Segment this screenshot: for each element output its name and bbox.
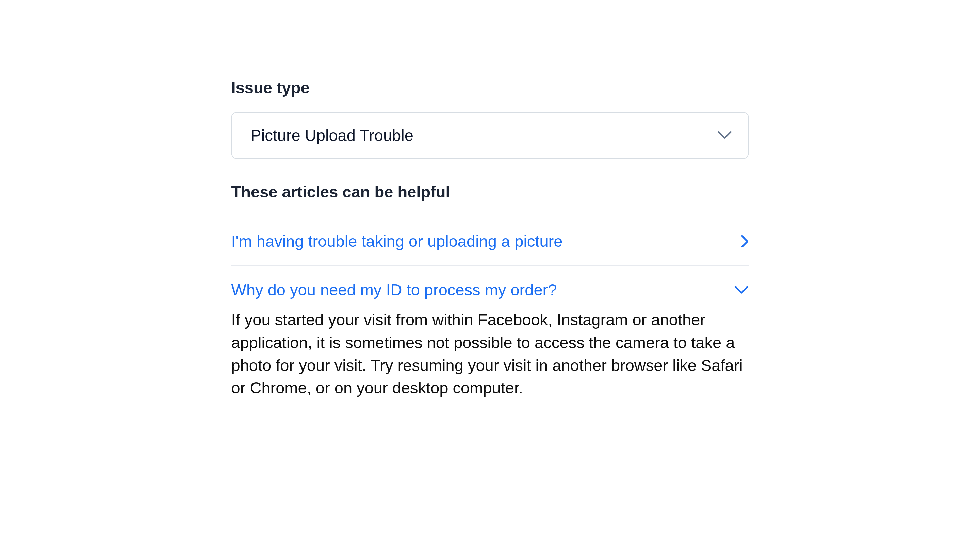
- issue-type-label: Issue type: [231, 79, 749, 97]
- article-title: Why do you need my ID to process my orde…: [231, 281, 557, 299]
- chevron-down-icon: [734, 285, 749, 294]
- article-list: I'm having trouble taking or uploading a…: [231, 217, 749, 406]
- article-item[interactable]: I'm having trouble taking or uploading a…: [231, 217, 749, 266]
- support-form-container: Issue type Picture Upload Trouble These …: [231, 0, 749, 406]
- article-item-expanded: Why do you need my ID to process my orde…: [231, 266, 749, 406]
- article-body: If you started your visit from within Fa…: [231, 309, 749, 406]
- article-item-header[interactable]: Why do you need my ID to process my orde…: [231, 266, 749, 309]
- issue-type-selected-value: Picture Upload Trouble: [250, 126, 414, 145]
- article-title: I'm having trouble taking or uploading a…: [231, 232, 563, 251]
- chevron-right-icon: [741, 235, 749, 248]
- issue-type-select[interactable]: Picture Upload Trouble: [231, 112, 749, 159]
- articles-heading: These articles can be helpful: [231, 183, 749, 201]
- chevron-down-icon: [717, 130, 732, 140]
